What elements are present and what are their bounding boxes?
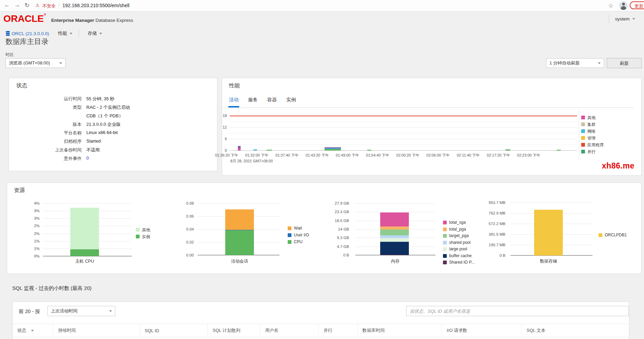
y-axis-tick: 3% <box>14 216 40 220</box>
timezone-label: 时区 <box>5 52 14 58</box>
chart-title: 数据存储 <box>540 259 557 264</box>
column-header-I/O 请求数[interactable]: I/O 请求数 <box>442 324 522 337</box>
reload-icon[interactable]: ↻ <box>25 2 29 9</box>
legend-swatch <box>581 122 585 126</box>
page-title: 数据库主目录 <box>5 37 48 46</box>
gridline <box>198 203 280 204</box>
legend-swatch <box>443 221 447 224</box>
back-icon[interactable]: ← <box>4 2 10 9</box>
legend-swatch <box>581 129 585 133</box>
y-axis-tick: 2% <box>14 224 40 228</box>
y-axis-tick: 0.06 <box>169 214 194 218</box>
legend-label: large pool <box>449 247 467 251</box>
legend-label: 并行 <box>587 149 596 155</box>
legend-label: 实例 <box>142 234 150 240</box>
security-warning-icon: ⚠ <box>35 3 40 8</box>
bar-segment-CPU <box>225 230 254 255</box>
column-header-并行[interactable]: 并行 <box>319 324 358 337</box>
status-row-label: 版本 <box>12 121 82 128</box>
y-axis-tick: 0% <box>14 254 40 258</box>
column-header-label: 数据库时间 <box>362 327 385 334</box>
refresh-button[interactable]: 刷新 <box>607 58 642 68</box>
status-row: 运行时间55 分钟, 35 秒 <box>9 96 218 104</box>
legend-swatch <box>443 247 447 251</box>
bar-segment-total_pga <box>380 226 409 230</box>
column-header-状态[interactable]: 状态 <box>13 324 53 337</box>
bar-segment-shared pool <box>380 235 409 238</box>
resources-charts: 4%3%3%2%2%1%1%0%其他实例主机 CPU0.080.060.040.… <box>7 183 642 274</box>
status-filter-caret[interactable] <box>31 330 34 331</box>
gridline <box>355 212 435 212</box>
chevron-down-icon <box>109 310 112 312</box>
column-header-label: SQL 文本 <box>527 327 545 334</box>
legend-swatch <box>136 235 140 238</box>
incidents-link[interactable]: 0 <box>86 156 89 161</box>
legend-swatch <box>581 150 585 153</box>
column-header-SQL 文本[interactable]: SQL 文本 <box>522 324 629 337</box>
column-header-label: 状态 <box>17 327 26 334</box>
bar-segment-其他 <box>70 208 99 249</box>
column-header-SQL ID[interactable]: SQL ID <box>140 324 208 337</box>
column-header-持续时间[interactable]: 持续时间 <box>53 324 140 337</box>
legend-label: 集群 <box>587 122 596 128</box>
legend-swatch <box>599 233 602 237</box>
y-axis-tick: 4% <box>14 201 40 205</box>
legend-label: shared pool <box>449 240 471 245</box>
y-axis-tick: 572.2 MB <box>480 222 505 226</box>
legend-swatch <box>581 143 585 147</box>
status-row: 归档程序Started <box>9 138 218 147</box>
timezone-select[interactable]: 浏览器 (GMT+08:00) <box>5 58 66 68</box>
y-axis-tick: 0.04 <box>169 227 194 231</box>
top-by-label: 前 20 - 按 <box>19 308 40 315</box>
legend-label: Wait <box>294 226 302 231</box>
browser-chrome: ← → ↻ ⚠ 不安全 192.168.203.210:5500/em/shel… <box>0 0 644 12</box>
y-axis-tick: 190.7 MB <box>480 243 505 247</box>
nav-menu-storage[interactable]: 存储 <box>88 30 102 36</box>
legend-swatch <box>288 233 291 237</box>
bar-segment-ORCLPDB1 <box>534 210 563 255</box>
sort-by-select[interactable]: 上次活动时间 <box>47 306 115 316</box>
chart-title: 内存 <box>391 259 400 264</box>
status-row-label: 运行时间 <box>12 96 82 102</box>
not-secure-label[interactable]: 不安全 <box>42 3 56 9</box>
legend-swatch <box>288 226 291 230</box>
address-bar[interactable]: 192.168.203.210:5500/em/shell <box>62 3 129 8</box>
legend-label: total_sga <box>449 220 466 225</box>
profile-avatar-icon[interactable] <box>619 1 628 10</box>
database-icon <box>5 31 10 36</box>
column-header-数据库时间[interactable]: 数据库时间 <box>358 324 442 337</box>
legend-label: ORCLPDB1 <box>605 233 627 237</box>
status-row: 平台名称Linux x86 64-bit <box>9 130 218 138</box>
column-header-用户名[interactable]: 用户名 <box>260 324 319 337</box>
user-menu[interactable]: system <box>615 16 635 21</box>
legend-swatch <box>443 261 447 264</box>
bookmark-star-icon[interactable]: ☆ <box>608 2 613 9</box>
chrome-update-button[interactable]: 更新 <box>630 1 644 9</box>
column-header-SQL 计划散列[interactable]: SQL 计划散列 <box>208 324 260 337</box>
bar-segment-User I/O <box>225 230 254 230</box>
column-header-label: I/O 请求数 <box>447 327 467 334</box>
refresh-interval-select[interactable]: 1 分钟自动刷新 <box>546 58 604 68</box>
status-card: 状态 运行时间55 分钟, 35 秒类型RAC - 2 个实例已启动CDB（1 … <box>9 78 217 171</box>
sql-filter-input[interactable] <box>406 306 629 316</box>
y-axis-tick: 14 GB <box>324 227 349 231</box>
status-row-value: Started <box>86 138 101 144</box>
forward-icon[interactable]: → <box>14 2 20 9</box>
sql-monitor-title: SQL 监视 - 过去的小时数 (最高 20) <box>12 285 91 292</box>
nav-menu-performance[interactable]: 性能 <box>58 30 72 36</box>
status-row: CDB（1 个 PDB） <box>9 113 218 121</box>
resources-card: 资源 4%3%3%2%2%1%1%0%其他实例主机 CPU0.080.060.0… <box>7 182 642 274</box>
status-row: 类型RAC - 2 个实例已启动 <box>9 104 218 113</box>
legend-swatch <box>581 136 585 140</box>
y-axis-tick: 762.9 MB <box>480 211 505 215</box>
y-axis-tick: 0.02 <box>169 240 194 244</box>
legend-label: 应用程序 <box>587 142 604 148</box>
legend-swatch <box>443 234 447 238</box>
y-axis-tick: 381.5 MB <box>480 232 505 236</box>
bar-segment-total_sga <box>380 212 409 226</box>
nav-database-home[interactable]: ORCL (21.3.0.0.0) <box>5 31 49 36</box>
status-row: 意外事件0 <box>9 156 218 164</box>
column-header-label: SQL 计划散列 <box>213 327 240 334</box>
y-axis-tick: 23.3 GB <box>324 210 349 214</box>
chart-title: 主机 CPU <box>75 259 94 264</box>
